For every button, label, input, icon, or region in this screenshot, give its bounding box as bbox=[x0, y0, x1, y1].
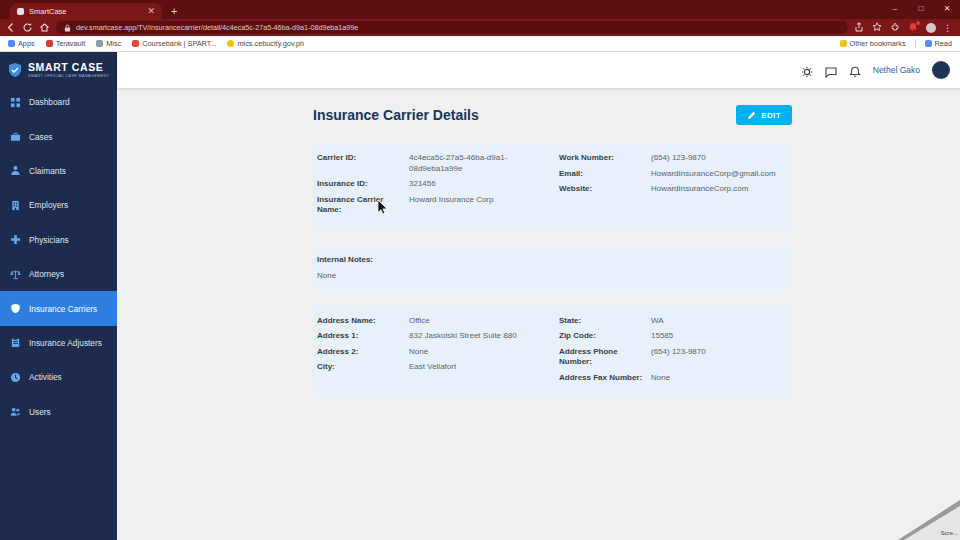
back-icon[interactable] bbox=[5, 22, 16, 33]
medical-cross-icon bbox=[10, 234, 21, 245]
field-city: City: East Vellafort bbox=[317, 362, 559, 373]
bell-icon[interactable] bbox=[849, 64, 861, 76]
apps-grid-icon bbox=[8, 40, 15, 47]
other-bookmarks[interactable]: Other bookmarks bbox=[840, 39, 906, 48]
scales-icon bbox=[10, 269, 21, 280]
logo-shield-icon bbox=[7, 62, 23, 78]
toolbar-right-icons: ⋮ bbox=[854, 22, 955, 33]
misc-folder-icon bbox=[96, 40, 103, 47]
window-minimize-button[interactable]: – bbox=[882, 0, 908, 19]
folder-icon bbox=[840, 40, 847, 47]
tab-title: SmartCase bbox=[29, 7, 142, 16]
bookmark-coursebank[interactable]: Coursebank | SPART... bbox=[132, 39, 216, 48]
field-insurance-id: Insurance ID: 321456 bbox=[317, 179, 559, 190]
field-address-name: Address Name: Office bbox=[317, 316, 559, 327]
settings-gear-icon[interactable] bbox=[801, 64, 813, 76]
sidebar-item-users[interactable]: Users bbox=[0, 395, 117, 429]
reading-list[interactable]: Read bbox=[925, 39, 952, 48]
teravault-favicon bbox=[46, 40, 53, 47]
bookmarks-right: Other bookmarks Read bbox=[840, 39, 952, 48]
sidebar-item-claimants[interactable]: Claimants bbox=[0, 154, 117, 188]
bookmark-apps[interactable]: Apps bbox=[8, 39, 35, 48]
sidebar-item-cases[interactable]: Cases bbox=[0, 119, 117, 153]
bookmark-misc[interactable]: Misc bbox=[96, 39, 121, 48]
bookmark-star-icon[interactable] bbox=[872, 22, 883, 33]
app-topbar: Nethel Gako bbox=[117, 52, 960, 88]
notification-badge bbox=[916, 21, 920, 25]
field-address-phone: Address Phone Number: (654) 123-9870 bbox=[559, 347, 784, 368]
tab-strip: SmartCase ✕ + – □ ✕ bbox=[0, 0, 960, 19]
internal-notes-value: None bbox=[317, 271, 784, 282]
browser-profile-avatar[interactable] bbox=[926, 23, 936, 33]
tab-close-icon[interactable]: ✕ bbox=[147, 7, 155, 16]
users-icon bbox=[10, 406, 21, 417]
address-bar[interactable]: dev.smartcase.app/TV/insurancecarrier/de… bbox=[56, 21, 848, 34]
screenshot-corner-label: Scre... bbox=[941, 530, 958, 536]
tab-favicon-icon bbox=[17, 8, 24, 15]
field-carrier-id: Carrier ID: 4c4eca5c-27a5-46ba-d9a1-08d9… bbox=[317, 153, 559, 174]
reload-icon[interactable] bbox=[22, 22, 33, 33]
sidebar-item-insurance-adjusters[interactable]: Insurance Adjusters bbox=[0, 326, 117, 360]
logo-title: SMART CASE bbox=[28, 61, 109, 73]
url-text: dev.smartcase.app/TV/insurancecarrier/de… bbox=[76, 23, 358, 32]
page-title: Insurance Carrier Details bbox=[313, 107, 479, 123]
logo-subtitle: SMART OFFICIAL CASE MANAGEMENT bbox=[28, 74, 109, 78]
pencil-icon bbox=[747, 111, 756, 120]
sidebar-item-employers[interactable]: Employers bbox=[0, 188, 117, 222]
sidebar-item-attorneys[interactable]: Attorneys bbox=[0, 257, 117, 291]
bookmark-mics[interactable]: mics.cebucity.gov.ph bbox=[227, 39, 304, 48]
bookmarks-divider bbox=[915, 39, 916, 48]
field-address-1: Address 1: 832 Jaskolski Street Suite 88… bbox=[317, 331, 559, 342]
reading-list-icon bbox=[925, 40, 932, 47]
sidebar-item-insurance-carriers[interactable]: Insurance Carriers bbox=[0, 291, 117, 325]
user-name[interactable]: Nethel Gako bbox=[873, 65, 920, 75]
bookmarks-bar: Apps Teravault Misc Coursebank | SPART..… bbox=[0, 36, 960, 52]
browser-toolbar: dev.smartcase.app/TV/insurancecarrier/de… bbox=[0, 19, 960, 36]
browser-chrome: SmartCase ✕ + – □ ✕ dev.smartcase.app/TV… bbox=[0, 0, 960, 52]
bookmark-teravault[interactable]: Teravault bbox=[46, 39, 86, 48]
sidebar-item-activities[interactable]: Activities bbox=[0, 360, 117, 394]
field-carrier-name: Insurance Carrier Name: Howard Insurance… bbox=[317, 195, 559, 216]
sidebar-item-dashboard[interactable]: Dashboard bbox=[0, 85, 117, 119]
extensions-icon[interactable] bbox=[890, 22, 901, 33]
field-email: Email: HowardInsuranceCorp@gmail.com bbox=[559, 169, 784, 180]
dashboard-icon bbox=[10, 97, 21, 108]
building-icon bbox=[10, 200, 21, 211]
chat-icon[interactable] bbox=[825, 64, 837, 76]
edit-button[interactable]: EDIT bbox=[736, 105, 792, 125]
coursebank-favicon bbox=[132, 40, 139, 47]
field-address-2: Address 2: None bbox=[317, 347, 559, 358]
clock-icon bbox=[10, 372, 21, 383]
browser-menu-icon[interactable]: ⋮ bbox=[943, 23, 952, 33]
window-close-button[interactable]: ✕ bbox=[934, 0, 960, 19]
field-website: Website: HowardInsuranceCorp.com bbox=[559, 184, 784, 195]
window-controls: – □ ✕ bbox=[882, 0, 960, 19]
home-icon[interactable] bbox=[39, 22, 50, 33]
app-logo: SMART CASE SMART OFFICIAL CASE MANAGEMEN… bbox=[0, 52, 117, 85]
sidebar-item-physicians[interactable]: Physicians bbox=[0, 223, 117, 257]
sidebar-nav: Dashboard Cases Claimants Employers Phys… bbox=[0, 85, 117, 429]
user-avatar[interactable] bbox=[932, 61, 950, 79]
field-work-number: Work Number: (654) 123-9870 bbox=[559, 153, 784, 164]
lock-icon bbox=[64, 24, 71, 32]
window-maximize-button[interactable]: □ bbox=[908, 0, 934, 19]
notifications-icon[interactable] bbox=[908, 22, 919, 33]
browser-tab[interactable]: SmartCase ✕ bbox=[10, 3, 162, 19]
address-card: Address Name: Office Address 1: 832 Jask… bbox=[313, 306, 792, 397]
field-zip-code: Zip Code: 15585 bbox=[559, 331, 784, 342]
clipboard-icon bbox=[10, 337, 21, 348]
page-content: Insurance Carrier Details EDIT Carrier I… bbox=[117, 88, 960, 412]
sidebar: SMART CASE SMART OFFICIAL CASE MANAGEMEN… bbox=[0, 52, 117, 540]
mouse-cursor bbox=[377, 199, 389, 220]
new-tab-button[interactable]: + bbox=[171, 5, 177, 17]
shield-icon bbox=[10, 303, 21, 314]
share-icon[interactable] bbox=[854, 22, 865, 33]
field-state: State: WA bbox=[559, 316, 784, 327]
internal-notes-label: Internal Notes: bbox=[317, 255, 784, 266]
mics-favicon bbox=[227, 40, 234, 47]
internal-notes-card: Internal Notes: None bbox=[313, 245, 792, 290]
field-address-fax: Address Fax Number: None bbox=[559, 373, 784, 384]
briefcase-icon bbox=[10, 131, 21, 142]
person-icon bbox=[10, 165, 21, 176]
